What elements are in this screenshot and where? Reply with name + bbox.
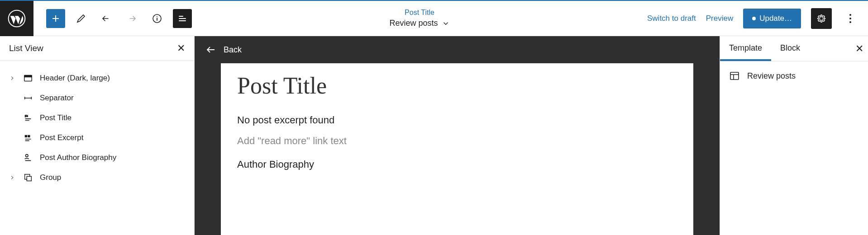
update-button[interactable]: Update… <box>743 9 801 28</box>
inspector-tabs: Template Block ✕ <box>720 36 868 61</box>
gear-icon <box>816 13 827 24</box>
wordpress-logo-icon <box>8 9 26 28</box>
separator-block-icon <box>23 93 33 103</box>
close-inspector-button[interactable]: ✕ <box>855 43 863 55</box>
post-excerpt-block[interactable]: No post excerpt found <box>237 114 677 126</box>
wordpress-home-button[interactable] <box>0 1 33 36</box>
preview-button[interactable]: Preview <box>706 14 733 23</box>
list-item-post-excerpt[interactable]: Post Excerpt <box>5 128 190 148</box>
post-title-link[interactable]: Post Title <box>405 9 434 17</box>
svg-rect-10 <box>27 176 31 181</box>
author-biography-block[interactable]: Author Biography <box>237 159 677 170</box>
document-overview-button[interactable] <box>148 9 167 28</box>
svg-text:P: P <box>25 114 28 118</box>
undo-icon <box>101 13 112 24</box>
list-item-author-biography[interactable]: Post Author Biography <box>5 148 190 168</box>
post-title-block-icon: P <box>23 113 33 123</box>
arrow-left-icon <box>205 44 216 55</box>
list-view-panel: List View ✕ Header (Dark, large) Separat… <box>0 36 195 235</box>
unsaved-dot-icon <box>752 17 756 20</box>
editor-canvas-frame: Back ▴ Post Title No post excerpt found … <box>195 36 720 235</box>
document-title-area: Post Title Review posts <box>192 9 647 28</box>
list-item-label: Post Excerpt <box>40 133 83 142</box>
info-icon <box>152 13 162 24</box>
chevron-down-icon <box>442 19 450 28</box>
settings-button[interactable] <box>811 8 832 29</box>
svg-rect-11 <box>730 72 739 80</box>
template-back-button[interactable]: Back <box>195 36 720 63</box>
editor-body: List View ✕ Header (Dark, large) Separat… <box>0 36 868 235</box>
plus-icon <box>50 13 61 24</box>
chevron-right-icon <box>8 175 16 180</box>
tab-block[interactable]: Block <box>771 36 809 61</box>
kebab-icon <box>849 13 852 24</box>
list-item-post-title[interactable]: P Post Title <box>5 108 190 128</box>
add-block-button[interactable] <box>46 9 65 28</box>
redo-button[interactable] <box>122 9 141 28</box>
template-selector[interactable]: Review posts <box>389 19 449 28</box>
list-view-header: List View ✕ <box>0 36 194 61</box>
close-list-view-button[interactable]: ✕ <box>177 42 185 54</box>
switch-to-draft-button[interactable]: Switch to draft <box>647 14 696 23</box>
template-card-title: Review posts <box>747 71 796 81</box>
toolbar-right: Switch to draft Preview Update… <box>647 8 868 29</box>
post-title-block[interactable]: Post Title <box>237 72 677 99</box>
template-icon <box>729 70 740 81</box>
editor-canvas[interactable]: Post Title No post excerpt found Add "re… <box>221 63 693 235</box>
template-card[interactable]: Review posts <box>720 61 868 90</box>
list-item-label: Post Title <box>40 113 72 122</box>
header-block-icon <box>23 73 33 83</box>
post-excerpt-block-icon <box>23 133 33 143</box>
tools-button[interactable] <box>72 9 91 28</box>
list-item-group[interactable]: Group <box>5 168 190 188</box>
group-block-icon <box>23 173 33 183</box>
toolbar-left <box>33 9 192 28</box>
list-item-label: Header (Dark, large) <box>40 74 110 83</box>
svg-point-8 <box>26 155 29 157</box>
svg-rect-6 <box>24 75 32 78</box>
list-view-icon <box>177 13 188 24</box>
list-view-button[interactable] <box>173 9 192 28</box>
back-label: Back <box>224 45 242 55</box>
svg-point-4 <box>849 21 851 23</box>
list-item-label: Group <box>40 173 61 182</box>
close-icon: ✕ <box>855 43 863 54</box>
chevron-right-icon <box>8 75 16 81</box>
undo-button[interactable] <box>97 9 116 28</box>
update-button-label: Update… <box>759 14 792 23</box>
svg-point-2 <box>849 14 851 16</box>
svg-point-3 <box>849 18 851 19</box>
list-item-separator[interactable]: Separator <box>5 88 190 108</box>
pencil-icon <box>76 13 86 24</box>
list-item-header[interactable]: Header (Dark, large) <box>5 68 190 88</box>
more-options-button[interactable] <box>842 8 859 29</box>
read-more-input[interactable]: Add "read more" link text <box>237 135 677 147</box>
list-view-title: List View <box>9 43 43 53</box>
inspector-sidebar: Template Block ✕ Review posts <box>720 36 868 235</box>
template-name-label: Review posts <box>389 19 438 28</box>
list-item-label: Post Author Biography <box>40 153 116 162</box>
redo-icon <box>126 13 137 24</box>
list-view-tree: Header (Dark, large) Separator P Post Ti… <box>0 61 194 195</box>
close-icon: ✕ <box>177 42 185 54</box>
author-bio-block-icon <box>23 153 33 163</box>
editor-top-bar: Post Title Review posts Switch to draft … <box>0 1 868 36</box>
tab-template[interactable]: Template <box>720 36 771 61</box>
list-item-label: Separator <box>40 94 74 103</box>
